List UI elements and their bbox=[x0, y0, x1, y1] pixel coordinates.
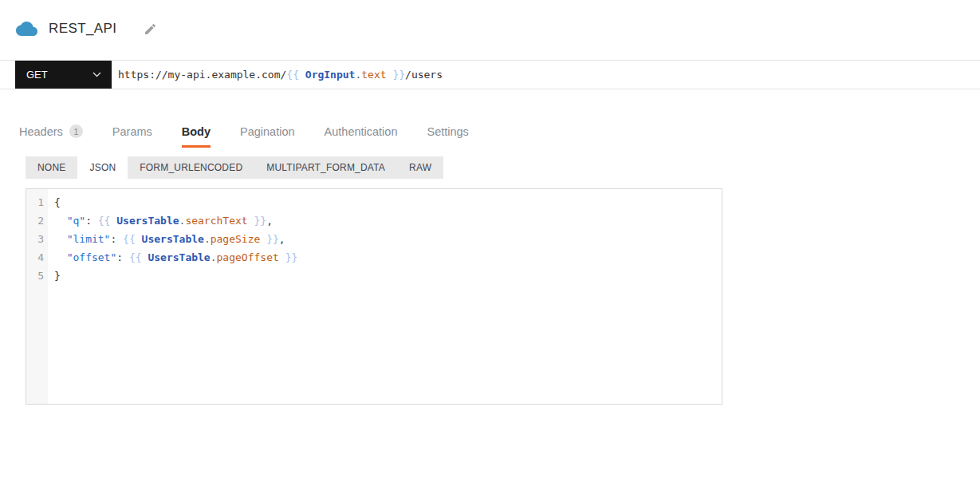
code-token-brace: {{ bbox=[98, 215, 116, 227]
body-type-multipart-form-data-label: MULTIPART_FORM_DATA bbox=[266, 162, 385, 173]
code-token-component: OrgInput bbox=[305, 69, 356, 81]
code-token-plain: } bbox=[54, 270, 61, 282]
body-type-raw[interactable]: RAW bbox=[397, 156, 443, 179]
code-token-dot: . bbox=[204, 233, 211, 245]
code-token-brace: }} bbox=[260, 233, 278, 245]
code-token-component: UsersTable bbox=[148, 251, 210, 263]
cloud-icon bbox=[16, 21, 37, 37]
tab-headers-label: Headers bbox=[19, 125, 63, 138]
code-token-plain bbox=[54, 215, 67, 227]
body-type-form-urlencoded-label: FORM_URLENCODED bbox=[140, 162, 242, 173]
tab-settings[interactable]: Settings bbox=[427, 124, 468, 148]
url-input[interactable]: https://my-api.example.com/{{ OrgInput.t… bbox=[112, 61, 980, 89]
line-number: 4 bbox=[26, 248, 44, 267]
body-type-none[interactable]: NONE bbox=[26, 156, 77, 179]
code-token-brace: }} bbox=[248, 215, 266, 227]
line-number-gutter: 12345 bbox=[26, 189, 48, 404]
code-token-key: "limit" bbox=[67, 233, 111, 245]
rest-api-editor: REST_API GET https://my-api.example.com/… bbox=[0, 0, 980, 486]
body-type-raw-label: RAW bbox=[409, 162, 431, 173]
code-token-key: "q" bbox=[67, 215, 85, 227]
body-type-json[interactable]: JSON bbox=[77, 156, 128, 179]
code-line[interactable]: "limit": {{ UsersTable.pageSize }}, bbox=[54, 230, 722, 248]
request-tabs: Headers 1 Params Body Pagination Authent… bbox=[19, 124, 469, 148]
code-token-plain bbox=[54, 251, 67, 263]
line-number: 5 bbox=[26, 267, 44, 285]
tab-params[interactable]: Params bbox=[112, 124, 152, 148]
tab-body-label: Body bbox=[182, 125, 211, 138]
edit-pencil-icon[interactable] bbox=[144, 22, 157, 36]
method-select[interactable]: GET bbox=[15, 61, 112, 89]
code-line[interactable]: } bbox=[54, 267, 722, 285]
code-token-brace: {{ bbox=[129, 251, 148, 263]
resource-header: REST_API bbox=[16, 21, 157, 37]
code-token-dot: . bbox=[355, 69, 361, 81]
request-url-bar: GET https://my-api.example.com/{{ OrgInp… bbox=[0, 60, 980, 89]
code-token-plain: : bbox=[85, 215, 98, 227]
code-token-prop: pageSize bbox=[211, 233, 261, 245]
tab-headers[interactable]: Headers 1 bbox=[19, 124, 83, 148]
code-token-plain bbox=[54, 233, 67, 245]
tab-body[interactable]: Body bbox=[182, 124, 211, 148]
code-area[interactable]: { "q": {{ UsersTable.searchText }}, "lim… bbox=[48, 189, 722, 404]
body-type-none-label: NONE bbox=[37, 162, 65, 173]
method-label: GET bbox=[26, 69, 48, 81]
code-token-brace: {{ bbox=[286, 69, 305, 81]
line-number: 1 bbox=[26, 193, 44, 211]
code-token-plain: https://my-api.example.com/ bbox=[118, 69, 286, 81]
code-token-prop: searchText bbox=[185, 215, 247, 227]
body-type-multipart-form-data[interactable]: MULTIPART_FORM_DATA bbox=[254, 156, 397, 179]
tab-pagination[interactable]: Pagination bbox=[240, 124, 295, 148]
code-token-plain: { bbox=[54, 196, 61, 208]
code-token-component: UsersTable bbox=[142, 233, 204, 245]
line-number: 3 bbox=[26, 230, 44, 248]
code-line[interactable]: "q": {{ UsersTable.searchText }}, bbox=[54, 211, 722, 230]
tab-authentication[interactable]: Authentication bbox=[325, 124, 398, 148]
tab-authentication-label: Authentication bbox=[325, 125, 398, 138]
code-token-key: "offset" bbox=[67, 251, 117, 263]
code-line[interactable]: "offset": {{ UsersTable.pageOffset }} bbox=[54, 248, 722, 267]
code-token-dot: . bbox=[211, 251, 217, 263]
code-token-prop: pageOffset bbox=[217, 251, 279, 263]
json-body-editor: 12345 { "q": {{ UsersTable.searchText }}… bbox=[26, 188, 722, 405]
code-token-plain: , bbox=[279, 233, 285, 245]
body-type-json-label: JSON bbox=[89, 162, 116, 173]
code-token-plain: /users bbox=[405, 69, 443, 81]
code-token-plain: , bbox=[266, 215, 273, 227]
line-number: 2 bbox=[26, 211, 44, 230]
code-token-prop: text bbox=[361, 69, 386, 81]
code-line[interactable]: { bbox=[54, 193, 722, 211]
code-token-plain: : bbox=[110, 233, 123, 245]
tab-pagination-label: Pagination bbox=[240, 125, 295, 138]
tab-params-label: Params bbox=[112, 125, 152, 138]
headers-count-badge: 1 bbox=[69, 124, 83, 138]
code-token-brace: }} bbox=[387, 69, 405, 81]
resource-title: REST_API bbox=[49, 21, 116, 37]
code-token-plain: : bbox=[116, 251, 129, 263]
body-type-form-urlencoded[interactable]: FORM_URLENCODED bbox=[128, 156, 254, 179]
chevron-down-icon bbox=[92, 72, 101, 77]
tab-settings-label: Settings bbox=[427, 125, 468, 138]
code-token-brace: {{ bbox=[123, 233, 141, 245]
body-type-selector: NONE JSON FORM_URLENCODED MULTIPART_FORM… bbox=[26, 156, 443, 179]
code-token-component: UsersTable bbox=[116, 215, 179, 227]
code-token-brace: }} bbox=[279, 251, 297, 263]
